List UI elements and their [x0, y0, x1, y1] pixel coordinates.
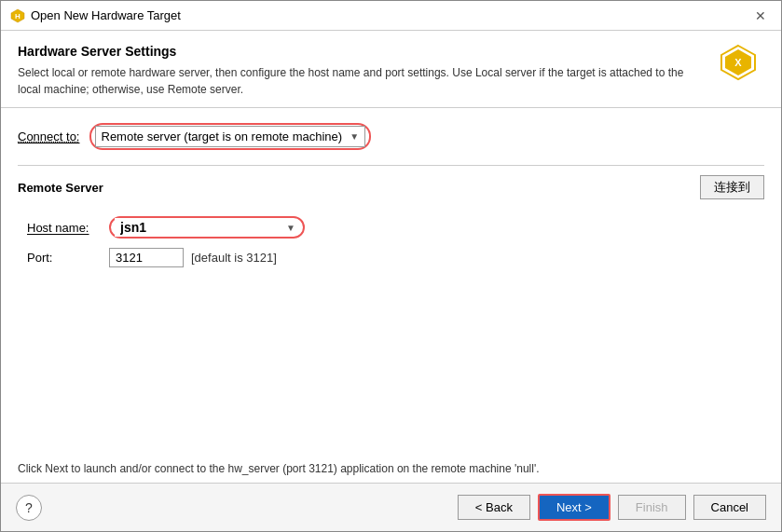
remote-server-title: Remote Server	[18, 181, 103, 195]
window-title: Open New Hardware Target	[31, 8, 181, 22]
header-description: Select local or remote hardware server, …	[18, 64, 689, 98]
footer: ? < Back Next > Finish Cancel	[1, 483, 781, 531]
status-text: Click Next to launch and/or connect to t…	[18, 462, 540, 475]
next-button[interactable]: Next >	[538, 494, 611, 521]
port-row: Port: [default is 3121]	[18, 248, 764, 267]
host-name-row: Host name: ▼	[18, 216, 764, 239]
remote-server-header: Remote Server 连接到	[18, 165, 764, 209]
footer-left: ?	[16, 495, 42, 521]
close-button[interactable]: ✕	[749, 7, 772, 24]
connect-dropdown-wrapper[interactable]: Remote server (target is on remote machi…	[89, 123, 372, 150]
header-title: Hardware Server Settings	[18, 44, 710, 59]
title-bar-left: H Open New Hardware Target	[10, 8, 181, 23]
host-dropdown-arrow-icon[interactable]: ▼	[282, 221, 299, 235]
main-panel: Hardware Server Settings Select local or…	[1, 31, 781, 531]
svg-text:H: H	[15, 12, 21, 20]
content-area: Hardware Server Settings Select local or…	[1, 31, 781, 531]
footer-right: < Back Next > Finish Cancel	[458, 494, 766, 521]
port-default-hint: [default is 3121]	[191, 251, 277, 265]
finish-button[interactable]: Finish	[618, 495, 686, 520]
dropdown-arrow-icon: ▼	[350, 131, 359, 142]
host-name-label: Host name:	[27, 221, 102, 235]
connect-to-button[interactable]: 连接到	[700, 175, 764, 199]
app-icon: H	[10, 8, 25, 23]
connect-to-label: Connect to:	[18, 130, 80, 143]
host-name-input[interactable]	[115, 218, 282, 237]
port-label: Port:	[27, 251, 102, 265]
connect-row: Connect to: Remote server (target is on …	[18, 123, 764, 150]
back-button[interactable]: < Back	[458, 495, 530, 520]
spacer	[1, 300, 781, 462]
title-bar: H Open New Hardware Target ✕	[1, 1, 781, 31]
connect-dropdown-value: Remote server (target is on remote machi…	[102, 130, 343, 143]
cancel-button[interactable]: Cancel	[693, 495, 766, 520]
svg-text:X: X	[734, 57, 742, 68]
port-input[interactable]	[109, 248, 184, 267]
main-window: H Open New Hardware Target ✕ Hardware Se…	[0, 0, 782, 532]
form-section: Connect to: Remote server (target is on …	[1, 108, 781, 300]
logo-area: X	[720, 44, 764, 89]
connect-to-dropdown[interactable]: Remote server (target is on remote machi…	[95, 126, 366, 147]
help-button[interactable]: ?	[16, 495, 42, 521]
status-text-area: Click Next to launch and/or connect to t…	[1, 461, 781, 483]
header-text-block: Hardware Server Settings Select local or…	[18, 44, 710, 98]
header-section: Hardware Server Settings Select local or…	[1, 31, 781, 108]
xilinx-logo: X	[720, 44, 757, 81]
